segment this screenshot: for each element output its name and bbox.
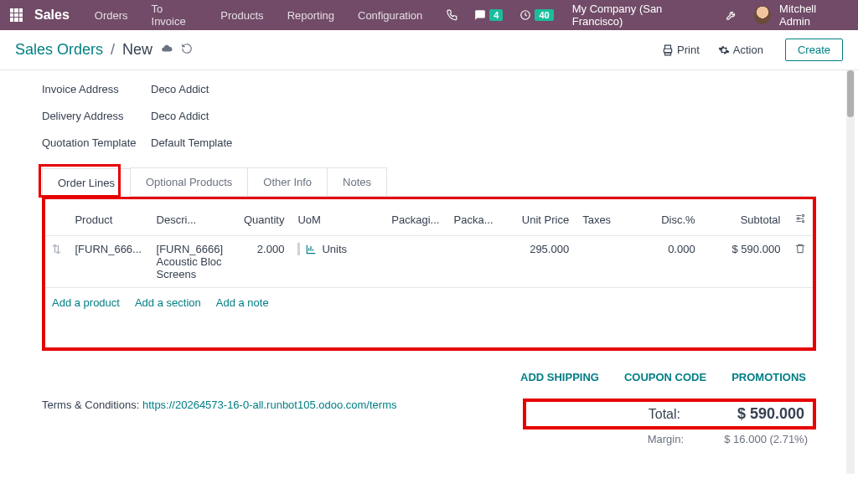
- total-row-margin: Margin: $ 16.000 (2.71%): [523, 429, 816, 449]
- activities-badge: 40: [535, 9, 553, 21]
- table-row[interactable]: ⇅ [FURN_666... [FURN_6666] Acoustic Bloc…: [45, 236, 813, 288]
- col-packaging[interactable]: Packagi...: [385, 204, 447, 236]
- user-menu[interactable]: Mitchell Admin: [747, 3, 851, 28]
- cell-product[interactable]: [FURN_666...: [68, 236, 149, 288]
- user-avatar: [754, 6, 771, 24]
- nav-products[interactable]: Products: [210, 9, 273, 22]
- breadcrumb-current: New: [122, 41, 152, 58]
- delivery-address-label: Delivery Address: [42, 110, 151, 122]
- total-value: $ 590.000: [704, 405, 804, 423]
- action-button[interactable]: Action: [713, 40, 768, 59]
- svg-rect-1: [664, 49, 671, 53]
- promotions-link[interactable]: PROMOTIONS: [731, 371, 806, 383]
- col-description[interactable]: Descri...: [150, 204, 232, 236]
- columns-settings-icon[interactable]: [794, 213, 806, 224]
- nav-reporting[interactable]: Reporting: [277, 9, 344, 22]
- scrollbar[interactable]: [846, 70, 855, 474]
- col-uom[interactable]: UoM: [291, 204, 385, 236]
- total-row-grand: Total: $ 590.000: [523, 399, 816, 429]
- cell-uom[interactable]: Units: [322, 243, 347, 255]
- quotation-template-label: Quotation Template: [42, 136, 151, 149]
- cell-taxes[interactable]: [576, 236, 633, 288]
- action-bar: Sales Orders / New Print Action Create: [0, 30, 858, 70]
- delete-line-icon[interactable]: [794, 243, 806, 255]
- tab-order-lines[interactable]: Order Lines: [42, 168, 131, 197]
- discard-icon[interactable]: [181, 43, 193, 57]
- tools-icon[interactable]: [719, 9, 744, 21]
- invoice-address-value[interactable]: Deco Addict: [151, 83, 209, 95]
- cell-packaging[interactable]: [385, 236, 447, 288]
- field-delivery-address: Delivery Address Deco Addict: [42, 102, 816, 129]
- tab-notes[interactable]: Notes: [327, 167, 387, 196]
- terms: Terms & Conditions: https://20264573-16-…: [42, 399, 523, 411]
- nav-to-invoice[interactable]: To Invoice: [142, 3, 208, 28]
- field-invoice-address: Invoice Address Deco Addict: [42, 75, 816, 102]
- voip-icon[interactable]: [439, 9, 464, 21]
- total-label: Total:: [649, 407, 680, 422]
- app-brand[interactable]: Sales: [34, 8, 70, 23]
- col-unit-price[interactable]: Unit Price: [501, 204, 576, 236]
- order-lines-table: Product Descri... Quantity UoM Packagi..…: [45, 204, 813, 287]
- print-label: Print: [677, 44, 700, 56]
- footer-links: ADD SHIPPING COUPON CODE PROMOTIONS: [42, 371, 816, 383]
- tabs: Order Lines Optional Products Other Info…: [42, 167, 816, 197]
- cell-description[interactable]: [FURN_6666] Acoustic Bloc Screens: [150, 236, 232, 288]
- breadcrumb-root[interactable]: Sales Orders: [15, 41, 103, 58]
- terms-prefix: Terms & Conditions:: [42, 399, 142, 411]
- margin-label: Margin:: [648, 433, 684, 445]
- col-quantity[interactable]: Quantity: [231, 204, 291, 236]
- print-button[interactable]: Print: [657, 40, 705, 59]
- col-packa[interactable]: Packa...: [447, 204, 501, 236]
- add-section-link[interactable]: Add a section: [135, 296, 201, 309]
- order-lines-box: Product Descri... Quantity UoM Packagi..…: [42, 196, 816, 351]
- nav-configuration[interactable]: Configuration: [348, 9, 432, 22]
- page-body: Invoice Address Deco Addict Delivery Add…: [0, 70, 858, 474]
- cloud-save-icon[interactable]: [161, 43, 173, 57]
- form-sheet: Invoice Address Deco Addict Delivery Add…: [20, 70, 838, 474]
- company-selector[interactable]: My Company (San Francisco): [564, 3, 716, 28]
- lower-section: Terms & Conditions: https://20264573-16-…: [42, 399, 816, 449]
- col-subtotal[interactable]: Subtotal: [702, 204, 788, 236]
- tab-other-info[interactable]: Other Info: [247, 167, 328, 196]
- margin-value: $ 16.000 (2.71%): [707, 433, 808, 445]
- activities-icon[interactable]: 40: [513, 9, 560, 21]
- apps-icon[interactable]: [10, 8, 23, 22]
- svg-point-2: [802, 214, 804, 216]
- add-note-link[interactable]: Add a note: [216, 296, 269, 309]
- action-label: Action: [733, 44, 763, 56]
- svg-point-4: [802, 220, 804, 222]
- cell-packa[interactable]: [447, 236, 501, 288]
- add-shipping-link[interactable]: ADD SHIPPING: [520, 371, 599, 383]
- nav-orders[interactable]: Orders: [85, 9, 138, 22]
- field-quotation-template: Quotation Template Default Template: [42, 129, 816, 156]
- cell-unit-price[interactable]: 295.000: [501, 236, 576, 288]
- create-button[interactable]: Create: [785, 39, 843, 61]
- breadcrumb: Sales Orders / New: [15, 41, 152, 59]
- col-disc[interactable]: Disc.%: [633, 204, 701, 236]
- tab-optional-products[interactable]: Optional Products: [130, 167, 248, 196]
- cell-quantity[interactable]: 2.000: [231, 236, 291, 288]
- messages-badge: 4: [489, 9, 503, 21]
- forecast-icon[interactable]: [305, 244, 317, 255]
- cell-disc[interactable]: 0.000: [633, 236, 701, 288]
- add-product-link[interactable]: Add a product: [52, 296, 120, 309]
- terms-link[interactable]: https://20264573-16-0-all.runbot105.odoo…: [142, 399, 397, 411]
- coupon-code-link[interactable]: COUPON CODE: [624, 371, 706, 383]
- cell-subtotal: $ 590.000: [702, 236, 788, 288]
- quotation-template-value[interactable]: Default Template: [151, 136, 232, 149]
- totals: Total: $ 590.000 Margin: $ 16.000 (2.71%…: [523, 399, 816, 449]
- drag-handle-icon[interactable]: ⇅: [52, 243, 61, 255]
- user-name: Mitchell Admin: [779, 3, 845, 28]
- col-product[interactable]: Product: [68, 204, 149, 236]
- col-taxes[interactable]: Taxes: [576, 204, 633, 236]
- invoice-address-label: Invoice Address: [42, 83, 151, 95]
- delivery-address-value[interactable]: Deco Addict: [151, 110, 209, 122]
- breadcrumb-separator: /: [111, 41, 115, 58]
- top-nav: Sales Orders To Invoice Products Reporti…: [0, 0, 858, 30]
- messages-icon[interactable]: 4: [468, 9, 509, 21]
- add-row: Add a product Add a section Add a note: [45, 287, 813, 314]
